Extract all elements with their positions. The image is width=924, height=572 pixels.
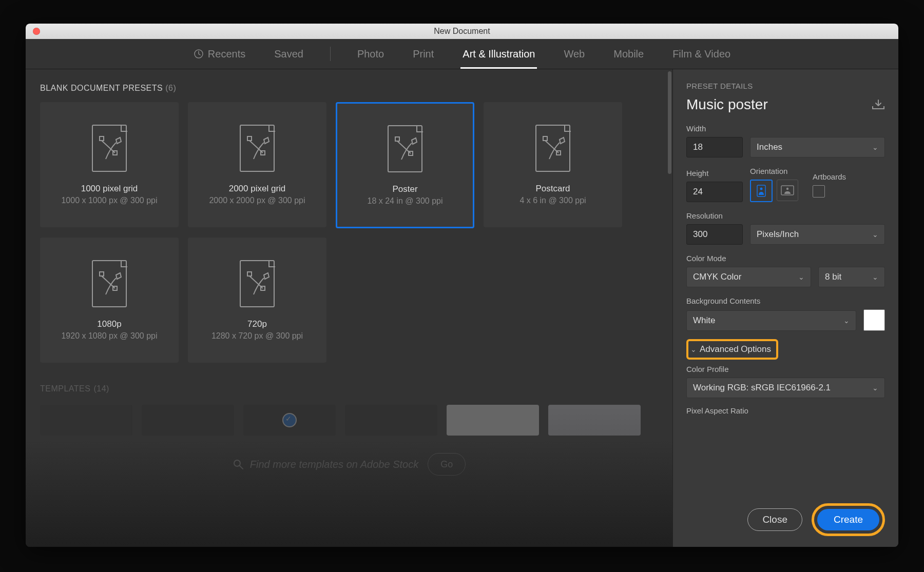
preset-details-panel: PRESET DETAILS Music poster Width Inches… <box>672 69 898 547</box>
svg-rect-14 <box>543 136 547 141</box>
chevron-down-icon: ⌄ <box>798 273 804 281</box>
preset-card[interactable]: Postcard4 x 6 in @ 300 ppi <box>484 102 622 227</box>
category-tabbar: Recents Saved Photo Print Art & Illustra… <box>26 39 898 69</box>
tab-print[interactable]: Print <box>411 40 436 68</box>
chevron-down-icon: ⌄ <box>872 143 878 151</box>
tab-art-illustration[interactable]: Art & Illustration <box>460 40 537 68</box>
chevron-down-icon: ⌄ <box>872 273 878 281</box>
preset-card[interactable]: Poster18 x 24 in @ 300 ppi <box>336 102 474 228</box>
preset-card[interactable]: 2000 pixel grid2000 x 2000 px @ 300 ppi <box>188 102 326 227</box>
preset-name: 1000 pixel grid <box>81 184 138 194</box>
preset-name: 720p <box>247 319 267 329</box>
advanced-options-toggle[interactable]: ⌄ Advanced Options <box>688 341 776 358</box>
svg-rect-18 <box>100 272 104 276</box>
templates-row <box>40 405 658 436</box>
preset-dims: 1280 x 720 px @ 300 ppi <box>211 331 303 341</box>
pixel-aspect-label: Pixel Aspect Ratio <box>686 406 885 415</box>
preset-card[interactable]: 1080p1920 x 1080 px @ 300 ppi <box>40 238 179 363</box>
portrait-icon <box>757 185 766 197</box>
tab-photo[interactable]: Photo <box>355 40 386 68</box>
color-mode-select[interactable]: CMYK Color⌄ <box>686 267 811 287</box>
titlebar: New Document <box>26 24 898 39</box>
scrollbar[interactable] <box>668 71 671 174</box>
highlight-advanced: ⌄ Advanced Options <box>686 339 778 360</box>
resolution-units-select[interactable]: Pixels/Inch⌄ <box>750 224 885 245</box>
divider <box>330 47 331 61</box>
preset-card[interactable]: 1000 pixel grid1000 x 1000 px @ 300 ppi <box>40 102 179 227</box>
artboards-label: Artboards <box>813 172 846 181</box>
preset-dims: 18 x 24 in @ 300 ppi <box>367 196 442 206</box>
tab-saved[interactable]: Saved <box>272 40 305 68</box>
document-name-input[interactable]: Music poster <box>686 96 768 113</box>
orientation-landscape[interactable] <box>777 180 798 201</box>
save-preset-icon[interactable] <box>872 99 885 110</box>
landscape-icon <box>781 185 794 195</box>
svg-line-26 <box>240 466 243 469</box>
svg-rect-2 <box>100 136 104 141</box>
chevron-down-icon: ⌄ <box>690 345 697 353</box>
preset-name: 2000 pixel grid <box>229 184 286 194</box>
svg-rect-10 <box>395 137 399 141</box>
details-heading: PRESET DETAILS <box>686 82 885 90</box>
svg-point-28 <box>760 188 763 190</box>
resolution-input[interactable] <box>686 224 743 245</box>
orientation-label: Orientation <box>750 167 798 175</box>
color-profile-select[interactable]: Working RGB: sRGB IEC61966-2.1⌄ <box>686 378 885 398</box>
templates-heading: TEMPLATES (14) <box>40 384 658 393</box>
preset-card[interactable]: 720p1280 x 720 px @ 300 ppi <box>188 238 326 363</box>
clock-icon <box>194 49 204 59</box>
preset-dims: 1920 x 1080 px @ 300 ppi <box>61 331 157 341</box>
tab-recents[interactable]: Recents <box>191 40 247 68</box>
create-button[interactable]: Create <box>817 509 879 530</box>
svg-rect-22 <box>247 272 252 276</box>
tab-web[interactable]: Web <box>562 40 587 68</box>
template-search[interactable]: Find more templates on Adobe Stock <box>233 459 418 470</box>
artboards-checkbox[interactable] <box>813 185 825 198</box>
presets-pane: BLANK DOCUMENT PRESETS (6) 1000 pixel gr… <box>26 69 672 547</box>
width-input[interactable] <box>686 137 743 157</box>
color-mode-label: Color Mode <box>686 254 885 263</box>
tab-mobile[interactable]: Mobile <box>611 40 646 68</box>
chevron-down-icon: ⌄ <box>843 317 850 325</box>
bg-contents-select[interactable]: White⌄ <box>686 310 856 331</box>
window-title: New Document <box>26 27 898 36</box>
preset-name: Postcard <box>535 184 570 194</box>
bg-color-swatch[interactable] <box>863 309 885 331</box>
template-thumb[interactable] <box>447 405 539 436</box>
template-thumb[interactable] <box>40 405 132 436</box>
preset-name: 1080p <box>97 319 121 329</box>
svg-rect-6 <box>247 136 252 141</box>
close-button[interactable]: Close <box>747 508 802 531</box>
bit-depth-select[interactable]: 8 bit⌄ <box>818 267 885 287</box>
new-document-dialog: New Document Recents Saved Photo Print A… <box>26 24 898 547</box>
go-button[interactable]: Go <box>428 453 466 476</box>
presets-heading: BLANK DOCUMENT PRESETS (6) <box>40 84 658 93</box>
svg-point-30 <box>786 188 788 190</box>
preset-dims: 2000 x 2000 px @ 300 ppi <box>209 196 305 205</box>
close-window-button[interactable] <box>33 28 40 35</box>
template-thumb[interactable] <box>142 405 234 436</box>
bg-contents-label: Background Contents <box>686 297 885 305</box>
preset-name: Poster <box>392 184 417 194</box>
tab-film-video[interactable]: Film & Video <box>670 40 733 68</box>
template-thumb[interactable] <box>243 405 336 436</box>
height-input[interactable] <box>686 182 743 202</box>
template-thumb[interactable] <box>548 405 641 436</box>
chevron-down-icon: ⌄ <box>872 384 878 392</box>
search-icon <box>233 459 244 470</box>
orientation-portrait[interactable] <box>750 180 773 202</box>
preset-dims: 1000 x 1000 px @ 300 ppi <box>61 196 157 205</box>
chevron-down-icon: ⌄ <box>872 230 878 239</box>
template-thumb[interactable] <box>345 405 437 436</box>
highlight-create: Create <box>812 503 885 536</box>
resolution-label: Resolution <box>686 211 743 220</box>
preset-dims: 4 x 6 in @ 300 ppi <box>519 196 586 205</box>
svg-point-25 <box>234 460 240 466</box>
units-select[interactable]: Inches⌄ <box>750 137 885 157</box>
width-label: Width <box>686 124 743 133</box>
color-profile-label: Color Profile <box>686 365 885 373</box>
height-label: Height <box>686 169 743 177</box>
checkmark-icon <box>282 413 297 427</box>
